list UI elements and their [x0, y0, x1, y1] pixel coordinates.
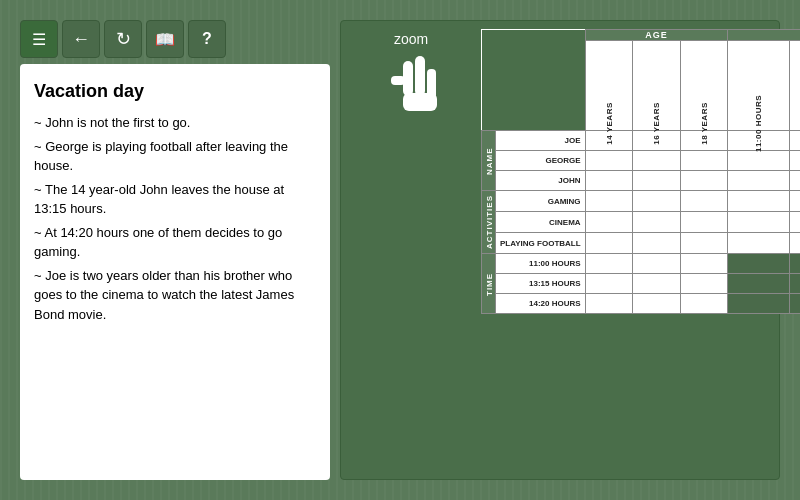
list-icon: ☰: [32, 30, 46, 49]
cell-cinema-1315[interactable]: [790, 212, 800, 233]
cell-t1420-18[interactable]: [680, 294, 728, 314]
zoom-label: zoom: [394, 31, 428, 47]
row-joe: NAME JOE: [482, 131, 801, 151]
clue-5: ~ Joe is two years older than his brothe…: [34, 266, 316, 325]
row-john: JOHN: [482, 171, 801, 191]
book-button[interactable]: 📖: [146, 20, 184, 58]
label-time-1100: 11:00 HOURS: [496, 254, 586, 274]
cell-t1420-1100: [728, 294, 790, 314]
cell-gaming-14[interactable]: [585, 191, 633, 212]
cell-t1100-18[interactable]: [680, 254, 728, 274]
cell-george-18[interactable]: [680, 151, 728, 171]
time-side-label: TIME: [482, 254, 496, 314]
main-container: ☰ ← ↻ 📖 ? Vacation day ~ John is not the…: [20, 20, 780, 480]
label-john: JOHN: [496, 171, 586, 191]
content-area: Vacation day ~ John is not the first to …: [20, 64, 330, 480]
cell-football-16[interactable]: [633, 233, 681, 254]
clue-3: ~ The 14 year-old John leaves the house …: [34, 180, 316, 219]
row-act-gaming: ACTIVITIES GAMING: [482, 191, 801, 212]
cell-t1420-14[interactable]: [585, 294, 633, 314]
cell-t1100-1315: [790, 254, 800, 274]
cell-t1100-1100: [728, 254, 790, 274]
cell-john-1100[interactable]: [728, 171, 790, 191]
refresh-button[interactable]: ↻: [104, 20, 142, 58]
name-side-label: NAME: [482, 131, 496, 191]
cell-t1420-16[interactable]: [633, 294, 681, 314]
cell-t1100-16[interactable]: [633, 254, 681, 274]
svg-rect-5: [403, 93, 437, 111]
content-title: Vacation day: [34, 78, 316, 105]
clue-2: ~ George is playing football after leavi…: [34, 137, 316, 176]
cell-gaming-18[interactable]: [680, 191, 728, 212]
col-14years: 14 YEARS: [585, 41, 633, 131]
cell-cinema-16[interactable]: [633, 212, 681, 233]
back-button[interactable]: ←: [62, 20, 100, 58]
row-george: GEORGE: [482, 151, 801, 171]
toolbar: ☰ ← ↻ 📖 ?: [20, 20, 330, 58]
row-time-1315: 13:15 HOURS: [482, 274, 801, 294]
help-button[interactable]: ?: [188, 20, 226, 58]
cell-john-16[interactable]: [633, 171, 681, 191]
svg-rect-1: [415, 56, 425, 96]
zoom-hand-icon: [381, 51, 441, 130]
cell-t1420-1315: [790, 294, 800, 314]
refresh-icon: ↻: [116, 28, 131, 50]
clue-1: ~ John is not the first to go.: [34, 113, 316, 133]
cell-john-14[interactable]: [585, 171, 633, 191]
cell-t1315-14[interactable]: [585, 274, 633, 294]
cell-gaming-16[interactable]: [633, 191, 681, 212]
cell-george-1315[interactable]: [790, 151, 800, 171]
label-time-1420: 14:20 HOURS: [496, 294, 586, 314]
row-time-1420: 14:20 HOURS: [482, 294, 801, 314]
cell-gaming-1100[interactable]: [728, 191, 790, 212]
cell-cinema-1100[interactable]: [728, 212, 790, 233]
cell-football-18[interactable]: [680, 233, 728, 254]
label-act-gaming: GAMING: [496, 191, 586, 212]
label-act-football: PLAYING FOOTBALL: [496, 233, 586, 254]
label-joe: JOE: [496, 131, 586, 151]
back-icon: ←: [72, 29, 90, 50]
clue-4: ~ At 14:20 hours one of them decides to …: [34, 223, 316, 262]
cell-football-1315[interactable]: [790, 233, 800, 254]
cell-football-1100[interactable]: [728, 233, 790, 254]
cell-joe-1315[interactable]: [790, 131, 800, 151]
cell-cinema-18[interactable]: [680, 212, 728, 233]
cell-cinema-14[interactable]: [585, 212, 633, 233]
label-act-cinema: CINEMA: [496, 212, 586, 233]
cell-t1315-16[interactable]: [633, 274, 681, 294]
cell-george-16[interactable]: [633, 151, 681, 171]
grid-wrapper: AGE TIME ACTIVITIES 14 YEARS 16 YEARS 18…: [481, 29, 771, 471]
cell-t1315-18[interactable]: [680, 274, 728, 294]
col-1100: 11:00 HOURS: [728, 41, 790, 131]
logic-grid: AGE TIME ACTIVITIES 14 YEARS 16 YEARS 18…: [481, 29, 800, 314]
right-panel: zoom: [340, 20, 780, 480]
cell-gaming-1315[interactable]: [790, 191, 800, 212]
cell-t1315-1315: [790, 274, 800, 294]
row-act-cinema: CINEMA: [482, 212, 801, 233]
label-george: GEORGE: [496, 151, 586, 171]
cell-t1315-1100: [728, 274, 790, 294]
cell-george-14[interactable]: [585, 151, 633, 171]
label-time-1315: 13:15 HOURS: [496, 274, 586, 294]
book-icon: 📖: [155, 30, 175, 49]
cell-john-1315[interactable]: [790, 171, 800, 191]
cell-football-14[interactable]: [585, 233, 633, 254]
zoom-area: zoom: [351, 31, 471, 130]
cell-george-1100[interactable]: [728, 151, 790, 171]
row-time-1100: TIME 11:00 HOURS: [482, 254, 801, 274]
cell-t1100-14[interactable]: [585, 254, 633, 274]
cell-john-18[interactable]: [680, 171, 728, 191]
col-18years: 18 YEARS: [680, 41, 728, 131]
left-panel: ☰ ← ↻ 📖 ? Vacation day ~ John is not the…: [20, 20, 330, 480]
list-button[interactable]: ☰: [20, 20, 58, 58]
row-act-football: PLAYING FOOTBALL: [482, 233, 801, 254]
age-header: AGE: [585, 30, 728, 41]
help-icon: ?: [202, 30, 212, 48]
svg-rect-4: [391, 76, 405, 85]
col-16years: 16 YEARS: [633, 41, 681, 131]
col-1315: 13:15 HOURS: [790, 41, 800, 131]
time-header: TIME: [728, 30, 800, 41]
activities-side-label: ACTIVITIES: [482, 191, 496, 254]
